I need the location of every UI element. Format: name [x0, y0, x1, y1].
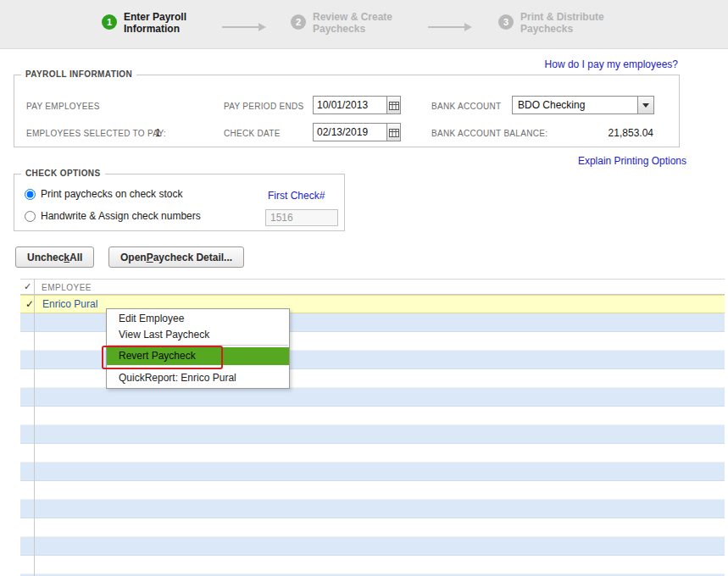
- bank-account-dropdown[interactable]: BDO Checking: [512, 96, 654, 114]
- how-do-i-pay-link[interactable]: How do I pay my employees?: [545, 58, 678, 70]
- step-2-line2: Paychecks: [313, 23, 392, 35]
- bank-account-value: BDO Checking: [513, 97, 637, 114]
- check-options-section: CHECK OPTIONS Print paychecks on check s…: [14, 174, 345, 231]
- check-date-field: [313, 123, 401, 141]
- empty-grid-row[interactable]: [20, 388, 725, 407]
- pay-period-ends-input[interactable]: [314, 97, 386, 114]
- menu-item-quickreport[interactable]: QuickReport: Enrico Pural: [107, 370, 289, 386]
- step-1-line2: Information: [124, 23, 186, 35]
- step-3-line2: Paychecks: [520, 23, 604, 35]
- step-2-label: Review & Create Paychecks: [313, 11, 392, 35]
- empty-grid-row[interactable]: [20, 537, 725, 556]
- employee-column-header: EMPLOYEE: [42, 283, 92, 292]
- menu-item-view-last-paycheck[interactable]: View Last Paycheck: [107, 327, 289, 343]
- empty-grid-row[interactable]: [20, 518, 725, 537]
- uncheck-all-pre: Unchec: [27, 252, 64, 263]
- payroll-information-legend: PAYROLL INFORMATION: [21, 69, 136, 79]
- calendar-icon: [389, 101, 399, 110]
- step-2-badge: 2: [291, 14, 306, 30]
- check-options-legend: CHECK OPTIONS: [21, 169, 105, 178]
- empty-grid-row[interactable]: [20, 500, 725, 518]
- step-3-badge: 3: [498, 14, 514, 30]
- handwrite-label[interactable]: Handwrite & Assign check numbers: [41, 210, 201, 222]
- print-paychecks-label[interactable]: Print paychecks on check stock: [41, 188, 182, 200]
- first-check-input[interactable]: [265, 209, 338, 226]
- calendar-icon: [389, 128, 399, 137]
- menu-item-edit-employee[interactable]: Edit Employee: [107, 311, 289, 327]
- step-2-line1: Review & Create: [313, 11, 392, 23]
- annotation-highlight: [102, 346, 223, 369]
- empty-grid-row[interactable]: [20, 556, 725, 574]
- uncheck-all-post: All: [69, 252, 82, 263]
- bank-account-label: BANK ACCOUNT: [431, 102, 502, 111]
- empty-grid-row[interactable]: [20, 425, 725, 444]
- employees-selected-label: EMPLOYEES SELECTED TO PAY:: [26, 129, 166, 138]
- step-1-label: Enter Payroll Information: [124, 11, 186, 35]
- step-3-line1: Print & Distribute: [520, 11, 604, 23]
- chevron-down-icon[interactable]: [637, 97, 653, 114]
- row-check-icon[interactable]: ✓: [25, 298, 34, 310]
- open-paycheck-detail-button[interactable]: Open Paycheck Detail...: [108, 246, 244, 268]
- calendar-button[interactable]: [386, 97, 400, 114]
- arrow-icon: [428, 22, 472, 32]
- open-detail-mnemonic: P: [147, 252, 153, 263]
- empty-grid-row[interactable]: [20, 407, 725, 425]
- open-detail-pre: Open: [120, 252, 147, 263]
- arrow-icon: [222, 22, 266, 32]
- grid-column-divider: [34, 279, 35, 576]
- step-1-line1: Enter Payroll: [124, 11, 186, 23]
- first-check-label: First Check#: [268, 190, 325, 202]
- check-date-input[interactable]: [314, 124, 386, 141]
- print-paychecks-radio[interactable]: [25, 189, 36, 200]
- employee-grid-header: ✓ EMPLOYEE: [20, 279, 725, 295]
- empty-grid-row[interactable]: [20, 481, 725, 500]
- empty-grid-row[interactable]: [20, 462, 725, 481]
- open-detail-post: aycheck Detail...: [153, 252, 232, 263]
- payroll-information-section: PAYROLL INFORMATION PAY EMPLOYEES EMPLOY…: [14, 75, 680, 147]
- pay-employees-label: PAY EMPLOYEES: [26, 102, 100, 111]
- employee-name[interactable]: Enrico Pural: [42, 298, 97, 310]
- pay-employees-window: 1 Enter Payroll Information 2 Review & C…: [0, 0, 728, 576]
- handwrite-option[interactable]: Handwrite & Assign check numbers: [25, 210, 201, 222]
- calendar-button[interactable]: [386, 124, 400, 141]
- employees-selected-value: 1: [155, 127, 161, 139]
- bank-account-balance-value: 21,853.04: [609, 127, 653, 139]
- uncheck-all-button[interactable]: Uncheck All: [15, 246, 94, 268]
- handwrite-radio[interactable]: [25, 211, 36, 222]
- step-1-badge: 1: [102, 14, 117, 30]
- explain-printing-options-link[interactable]: Explain Printing Options: [578, 155, 686, 167]
- check-column-icon: ✓: [24, 281, 31, 292]
- step-3-label: Print & Distribute Paychecks: [520, 11, 604, 35]
- uncheck-all-mnemonic: k: [64, 252, 69, 263]
- pay-period-ends-label: PAY PERIOD ENDS: [224, 102, 304, 111]
- pay-period-ends-field: [313, 96, 401, 114]
- wizard-stepper: 1 Enter Payroll Information 2 Review & C…: [0, 0, 728, 49]
- empty-grid-row[interactable]: [20, 444, 725, 462]
- print-paychecks-option[interactable]: Print paychecks on check stock: [25, 188, 182, 200]
- check-date-label: CHECK DATE: [224, 129, 281, 138]
- bank-balance-label: BANK ACCOUNT BALANCE:: [431, 129, 547, 138]
